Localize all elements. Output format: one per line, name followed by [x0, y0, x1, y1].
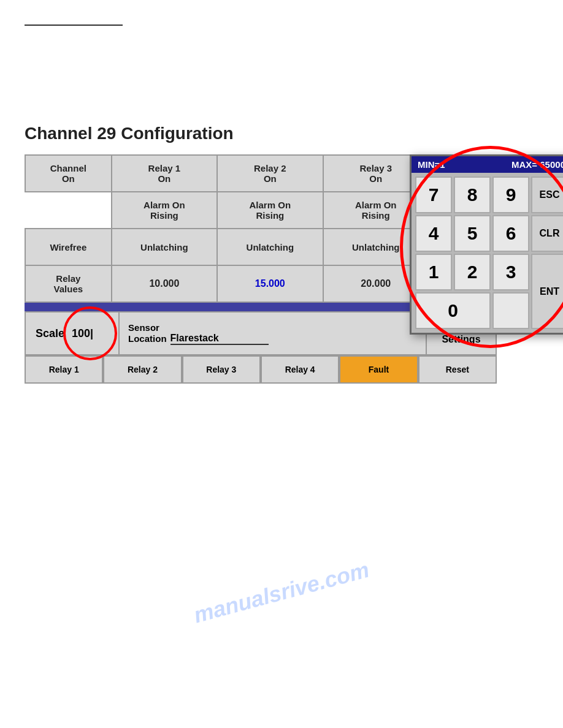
channel-on-cell[interactable]: ChannelOn — [25, 155, 112, 192]
sensor-label: Sensor — [128, 322, 417, 333]
numpad-empty-cell — [492, 292, 529, 329]
relay2-on-cell[interactable]: Relay 2On — [217, 155, 323, 192]
relay-value-1-cell[interactable]: 10.000 — [112, 265, 217, 302]
location-row: Location — [128, 333, 417, 345]
tab-fault[interactable]: Fault — [339, 355, 418, 384]
config-table: ChannelOn Relay 1On Relay 2On Relay 3On … — [25, 154, 429, 303]
scale-label: Scale — [36, 327, 64, 340]
top-line — [25, 25, 123, 26]
numpad-key-2[interactable]: 2 — [454, 254, 491, 290]
numpad-overlay: MIN=1 MAX= 65000 7 8 9 ESC 4 5 6 CLR 1 2… — [410, 154, 563, 335]
tab-relay3[interactable]: Relay 3 — [182, 355, 261, 384]
numpad-key-7[interactable]: 7 — [415, 176, 452, 213]
numpad-key-8[interactable]: 8 — [454, 176, 491, 213]
numpad-grid: 7 8 9 ESC 4 5 6 CLR 1 2 3 ENT 0 — [412, 173, 563, 333]
numpad-key-esc[interactable]: ESC — [531, 176, 563, 213]
location-label: Location — [128, 333, 167, 344]
numpad-key-3[interactable]: 3 — [492, 254, 529, 290]
scale-input[interactable] — [72, 327, 109, 340]
watermark: manualsrive.com — [191, 557, 372, 629]
page-title: Channel 29 Configuration — [25, 124, 538, 143]
relay-values-label-cell: RelayValues — [25, 265, 112, 302]
numpad-key-9[interactable]: 9 — [492, 176, 529, 213]
numpad-key-1[interactable]: 1 — [415, 254, 452, 290]
alarm-rising-2-cell[interactable]: Alarm OnRising — [217, 192, 323, 229]
numpad-min-label: MIN=1 — [418, 159, 445, 170]
scale-input-container — [72, 327, 109, 340]
relay-value-2-cell[interactable]: 15.000 — [217, 265, 323, 302]
relay1-on-cell[interactable]: Relay 1On — [112, 155, 217, 192]
numpad-key-4[interactable]: 4 — [415, 215, 452, 252]
unlatching-2-cell[interactable]: Unlatching — [217, 229, 323, 265]
location-input[interactable] — [170, 333, 269, 345]
wirefree-cell[interactable]: Wirefree — [25, 229, 112, 265]
numpad-key-6[interactable]: 6 — [492, 215, 529, 252]
tab-row: Relay 1 Relay 2 Relay 3 Relay 4 Fault Re… — [25, 355, 497, 384]
numpad-key-clr[interactable]: CLR — [531, 215, 563, 252]
tab-reset[interactable]: Reset — [418, 355, 497, 384]
numpad-max-label: MAX= 65000 — [511, 159, 563, 170]
tab-relay1[interactable]: Relay 1 — [25, 355, 103, 384]
scale-section: Scale — [26, 313, 120, 354]
numpad-key-0[interactable]: 0 — [415, 292, 491, 329]
sensor-location-section: Sensor Location — [120, 313, 427, 354]
empty-cell — [25, 192, 112, 229]
numpad-key-5[interactable]: 5 — [454, 215, 491, 252]
alarm-rising-1-cell[interactable]: Alarm OnRising — [112, 192, 217, 229]
tab-relay2[interactable]: Relay 2 — [103, 355, 182, 384]
numpad-header: MIN=1 MAX= 65000 — [412, 156, 563, 173]
tab-relay4[interactable]: Relay 4 — [261, 355, 339, 384]
unlatching-1-cell[interactable]: Unlatching — [112, 229, 217, 265]
numpad-key-ent[interactable]: ENT — [531, 254, 563, 329]
